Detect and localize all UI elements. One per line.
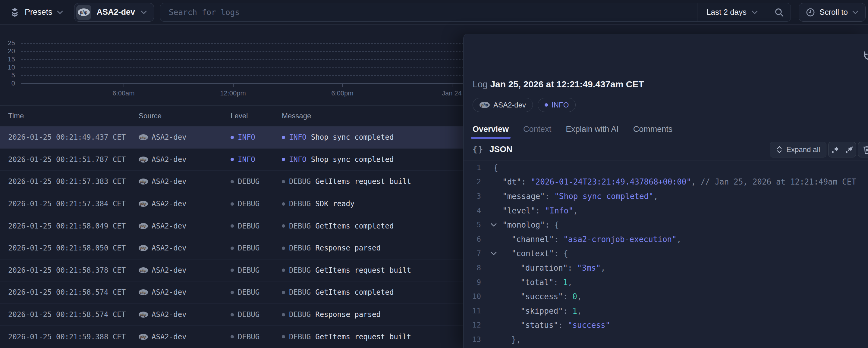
- collapse-chevron-icon[interactable]: [490, 223, 498, 227]
- level-dot-icon: [230, 158, 234, 161]
- log-table-row[interactable]: 2026-01-25 00:21:59.388 CETphpASA2-devDE…: [0, 326, 463, 348]
- message-text: Response parsed: [315, 244, 381, 252]
- json-line-content: "message": "Shop sync completed",: [502, 192, 658, 201]
- log-table-row[interactable]: 2026-01-25 00:21:58.574 CETphpASA2-devDE…: [0, 304, 463, 326]
- json-line[interactable]: 8"duration": "3ms",: [464, 261, 868, 275]
- line-number: 4: [464, 207, 481, 215]
- source-badge[interactable]: php ASA2-dev: [472, 98, 533, 112]
- json-line-content: "status": "success": [521, 321, 610, 329]
- message-level-tag: DEBUG: [289, 222, 311, 230]
- json-line[interactable]: 2"dt": "2026-01-24T23:21:49.437868+00:00…: [464, 175, 868, 189]
- source-name: ASA2-dev: [152, 310, 187, 319]
- unfold-icon: [776, 146, 783, 153]
- line-number: 8: [464, 264, 481, 272]
- source-name: ASA2-dev: [152, 333, 187, 341]
- scroll-to-button[interactable]: Scroll to: [799, 3, 866, 22]
- scroll-to-label: Scroll to: [819, 7, 848, 17]
- json-line[interactable]: 13},: [464, 332, 868, 347]
- json-line-content: "context": {: [512, 249, 568, 258]
- tab-context[interactable]: Context: [523, 121, 551, 138]
- log-table-row[interactable]: 2026-01-25 00:21:51.787 CETphpASA2-devIN…: [0, 149, 463, 171]
- level-dot-icon: [282, 180, 285, 183]
- json-line[interactable]: 5"monolog": {: [464, 218, 868, 232]
- json-line-content: "monolog": {: [502, 220, 559, 230]
- log-table-row[interactable]: 2026-01-25 00:21:58.378 CETphpASA2-devDE…: [0, 259, 463, 282]
- log-table-row[interactable]: 2026-01-25 00:21:58.049 CETphpASA2-devDE…: [0, 215, 463, 237]
- log-source: phpASA2-dev: [138, 288, 187, 297]
- level-dot-icon: [282, 224, 285, 228]
- y-axis-tick-label: 5: [0, 71, 15, 79]
- json-line[interactable]: 7"context": {: [464, 247, 868, 261]
- log-level: DEBUG: [230, 244, 259, 252]
- log-table-row[interactable]: 2026-01-25 00:21:57.384 CETphpASA2-devDE…: [0, 193, 463, 215]
- time-range-dropdown[interactable]: Last 2 days: [698, 3, 767, 22]
- php-runtime-icon: php: [138, 334, 148, 340]
- json-line[interactable]: 6"channel": "asa2-cronjob-execution",: [464, 232, 868, 247]
- message-level-tag: DEBUG: [289, 200, 311, 208]
- log-source: phpASA2-dev: [138, 222, 187, 230]
- search-input[interactable]: Search for logs: [160, 3, 697, 22]
- line-number: 5: [464, 221, 481, 229]
- presets-dropdown[interactable]: Presets: [9, 7, 63, 18]
- tab-overview[interactable]: Overview: [472, 121, 509, 138]
- log-table-row[interactable]: 2026-01-25 00:21:57.383 CETphpASA2-devDE…: [0, 171, 463, 193]
- log-time: 2026-01-25 00:21:59.388 CET: [8, 333, 126, 341]
- level-dot-icon: [230, 224, 234, 228]
- php-runtime-icon: php: [479, 102, 490, 108]
- collapse-chevron-icon[interactable]: [490, 251, 498, 256]
- log-table-row[interactable]: 2026-01-25 00:21:49.437 CETphpASA2-devIN…: [0, 127, 463, 149]
- level-label: DEBUG: [238, 200, 259, 208]
- badge-row: php ASA2-dev INFO: [472, 98, 576, 112]
- log-source: phpASA2-dev: [138, 244, 187, 252]
- json-line[interactable]: 9"total": 1,: [464, 275, 868, 289]
- log-level: DEBUG: [230, 266, 259, 275]
- history-icon[interactable]: [863, 50, 868, 61]
- json-line[interactable]: 3"message": "Shop sync completed",: [464, 189, 868, 204]
- json-line-content: "success": 0,: [521, 292, 582, 301]
- json-line[interactable]: 14"extra": [: [464, 347, 868, 348]
- log-message: DEBUGSDK ready: [282, 200, 354, 208]
- php-runtime-icon: php: [76, 5, 91, 20]
- json-token-n: 1: [563, 278, 568, 287]
- log-message: DEBUGGetItems request built: [282, 177, 411, 186]
- log-message: INFOShop sync completed: [282, 133, 394, 141]
- tab-explain-with-ai[interactable]: Explain with AI: [566, 121, 619, 138]
- log-message: DEBUGGetItems completed: [282, 222, 394, 230]
- column-header-message: Message: [282, 112, 311, 120]
- x-axis-tick: [342, 83, 343, 87]
- level-dot-icon: [282, 247, 285, 250]
- json-line[interactable]: 4"level": "Info",: [464, 204, 868, 218]
- tab-comments[interactable]: Comments: [633, 121, 673, 138]
- regex-off-toggle-button[interactable]: [842, 142, 856, 157]
- chevron-down-icon: [751, 10, 758, 14]
- log-message: DEBUGGetItems request built: [282, 333, 411, 341]
- json-code-viewer[interactable]: 1{2"dt": "2026-01-24T23:21:49.437868+00:…: [464, 161, 868, 348]
- level-badge-label: INFO: [552, 101, 569, 109]
- source-select[interactable]: php ASA2-dev: [74, 3, 154, 22]
- json-line[interactable]: 12"status": "success": [464, 318, 868, 333]
- regex-toggle-button[interactable]: [829, 142, 842, 157]
- y-axis-tick-label: 0: [0, 79, 15, 87]
- json-line-content: "dt": "2026-01-24T23:21:49.437868+00:00"…: [502, 177, 856, 186]
- level-badge[interactable]: INFO: [538, 98, 576, 112]
- log-table-row[interactable]: 2026-01-25 00:21:58.574 CETphpASA2-devDE…: [0, 281, 463, 304]
- level-label: INFO: [238, 155, 255, 164]
- level-label: DEBUG: [238, 333, 259, 341]
- log-level: DEBUG: [230, 288, 259, 297]
- level-dot-icon: [230, 180, 234, 183]
- log-time: 2026-01-25 00:21:58.049 CET: [8, 222, 126, 230]
- json-line[interactable]: 11"skipped": 1,: [464, 304, 868, 318]
- message-text: Shop sync completed: [311, 155, 394, 164]
- json-token-p: :: [558, 321, 567, 329]
- search-button[interactable]: [767, 3, 790, 22]
- json-line[interactable]: 1{: [464, 161, 868, 175]
- json-line[interactable]: 10"success": 0,: [464, 289, 868, 304]
- json-token-k: "context": [512, 249, 554, 258]
- php-runtime-icon: php: [138, 223, 148, 229]
- log-table-row[interactable]: 2026-01-25 00:21:58.050 CETphpASA2-devDE…: [0, 237, 463, 259]
- message-level-tag: INFO: [289, 133, 307, 141]
- expand-all-button[interactable]: Expand all: [770, 142, 827, 158]
- delete-button[interactable]: [858, 142, 868, 158]
- message-text: GetItems request built: [315, 333, 411, 341]
- json-token-p: :: [568, 264, 577, 272]
